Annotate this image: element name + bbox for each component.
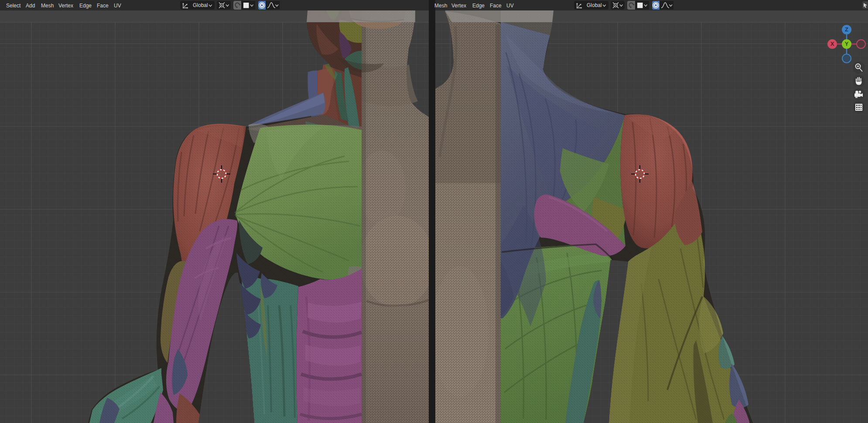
svg-text:Vertex: Vertex [451, 3, 466, 9]
svg-text:Add: Add [26, 3, 35, 9]
svg-text:Vertex: Vertex [58, 3, 73, 9]
svg-text:Edge: Edge [79, 3, 92, 9]
svg-text:Global: Global [193, 2, 208, 8]
svg-text:Edge: Edge [472, 3, 485, 9]
svg-text:Y: Y [845, 41, 849, 47]
svg-text:Mesh: Mesh [41, 3, 54, 9]
svg-text:Z: Z [845, 26, 848, 33]
svg-text:X: X [830, 41, 834, 47]
svg-text:UV: UV [114, 3, 121, 9]
svg-text:Face: Face [97, 3, 109, 9]
svg-text:Face: Face [490, 3, 502, 9]
svg-text:UV: UV [506, 3, 514, 9]
svg-text:Select: Select [6, 3, 21, 9]
svg-text:Mesh: Mesh [434, 3, 447, 9]
